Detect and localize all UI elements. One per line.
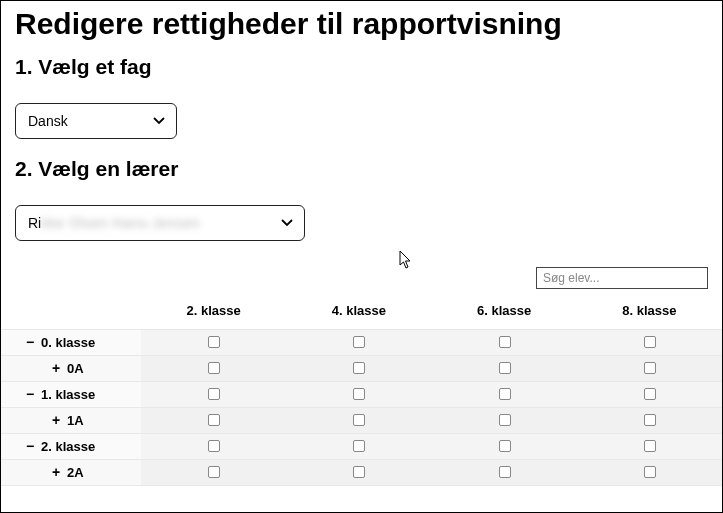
search-input[interactable] xyxy=(536,267,708,289)
permission-cell xyxy=(577,329,722,355)
permission-checkbox[interactable] xyxy=(644,414,656,426)
permission-checkbox[interactable] xyxy=(499,440,511,452)
row-header[interactable]: +2A xyxy=(1,459,141,485)
permission-cell xyxy=(432,433,577,459)
permission-cell xyxy=(141,329,286,355)
permission-checkbox[interactable] xyxy=(499,466,511,478)
permission-cell xyxy=(141,355,286,381)
row-label: 1A xyxy=(67,413,84,428)
page-title: Redigere rettigheder til rapportvisning xyxy=(15,7,708,41)
row-header[interactable]: +0A xyxy=(1,355,141,381)
permission-checkbox[interactable] xyxy=(353,440,365,452)
permission-checkbox[interactable] xyxy=(499,362,511,374)
permission-checkbox[interactable] xyxy=(499,414,511,426)
table-row: −0. klasse xyxy=(1,329,722,355)
row-label: 0. klasse xyxy=(41,335,95,350)
permission-cell xyxy=(577,381,722,407)
permission-cell xyxy=(432,459,577,485)
column-header[interactable]: 8. klasse xyxy=(577,293,722,329)
row-header[interactable]: −0. klasse xyxy=(1,329,141,355)
permission-cell xyxy=(286,355,431,381)
permission-cell xyxy=(286,433,431,459)
permission-cell xyxy=(286,459,431,485)
step1-heading: 1. Vælg et fag xyxy=(15,55,708,79)
permission-checkbox[interactable] xyxy=(353,362,365,374)
permission-checkbox[interactable] xyxy=(353,466,365,478)
row-label: 1. klasse xyxy=(41,387,95,402)
permission-cell xyxy=(141,381,286,407)
expand-icon[interactable]: + xyxy=(49,413,63,427)
permission-checkbox[interactable] xyxy=(353,414,365,426)
permission-checkbox[interactable] xyxy=(208,336,220,348)
teacher-select-blurred: kke Olsen Hans-Jensen xyxy=(41,215,200,231)
row-header[interactable]: −1. klasse xyxy=(1,381,141,407)
permission-cell xyxy=(286,407,431,433)
row-header[interactable]: +1A xyxy=(1,407,141,433)
permission-cell xyxy=(141,459,286,485)
permission-cell xyxy=(286,329,431,355)
permission-checkbox[interactable] xyxy=(208,388,220,400)
collapse-icon[interactable]: − xyxy=(23,387,37,401)
permission-checkbox[interactable] xyxy=(644,336,656,348)
column-header[interactable]: 2. klasse xyxy=(141,293,286,329)
permission-cell xyxy=(432,355,577,381)
collapse-icon[interactable]: − xyxy=(23,335,37,349)
expand-icon[interactable]: + xyxy=(49,361,63,375)
row-label: 0A xyxy=(67,361,84,376)
permission-checkbox[interactable] xyxy=(353,388,365,400)
table-row: +2A xyxy=(1,459,722,485)
permission-checkbox[interactable] xyxy=(208,466,220,478)
permission-checkbox[interactable] xyxy=(208,440,220,452)
permission-cell xyxy=(286,381,431,407)
column-header[interactable]: 6. klasse xyxy=(432,293,577,329)
step2-heading: 2. Vælg en lærer xyxy=(15,157,708,181)
teacher-select[interactable]: Rikke Olsen Hans-Jensen xyxy=(15,205,305,241)
permission-checkbox[interactable] xyxy=(644,362,656,374)
permission-cell xyxy=(577,459,722,485)
column-header[interactable]: 4. klasse xyxy=(286,293,431,329)
permission-cell xyxy=(577,407,722,433)
permission-checkbox[interactable] xyxy=(208,414,220,426)
table-corner xyxy=(1,293,141,329)
permission-cell xyxy=(432,329,577,355)
permission-cell xyxy=(141,433,286,459)
teacher-select-prefix: Ri xyxy=(28,215,41,231)
permission-checkbox[interactable] xyxy=(208,362,220,374)
permission-checkbox[interactable] xyxy=(353,336,365,348)
permission-cell xyxy=(577,433,722,459)
subject-select[interactable]: Dansk xyxy=(15,103,177,139)
permission-checkbox[interactable] xyxy=(644,466,656,478)
row-header[interactable]: −2. klasse xyxy=(1,433,141,459)
table-row: −1. klasse xyxy=(1,381,722,407)
table-row: +1A xyxy=(1,407,722,433)
permission-cell xyxy=(432,381,577,407)
permission-checkbox[interactable] xyxy=(499,336,511,348)
permission-checkbox[interactable] xyxy=(644,440,656,452)
permission-cell xyxy=(141,407,286,433)
row-label: 2. klasse xyxy=(41,439,95,454)
table-row: +0A xyxy=(1,355,722,381)
row-label: 2A xyxy=(67,465,84,480)
permissions-table: 2. klasse 4. klasse 6. klasse 8. klasse … xyxy=(1,293,722,486)
collapse-icon[interactable]: − xyxy=(23,439,37,453)
table-row: −2. klasse xyxy=(1,433,722,459)
expand-icon[interactable]: + xyxy=(49,465,63,479)
permission-cell xyxy=(432,407,577,433)
permission-checkbox[interactable] xyxy=(499,388,511,400)
subject-select-value: Dansk xyxy=(28,113,68,129)
permission-cell xyxy=(577,355,722,381)
permission-checkbox[interactable] xyxy=(644,388,656,400)
